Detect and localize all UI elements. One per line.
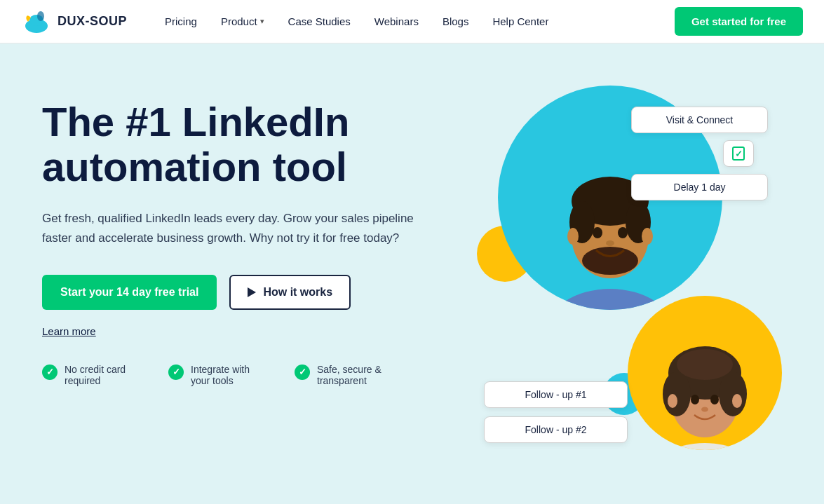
svg-point-3 (547, 289, 673, 310)
svg-point-15 (649, 443, 761, 450)
bottom-cards-area: Follow - up #1 Follow - up #2 (484, 381, 628, 443)
woman-avatar (642, 317, 768, 450)
card-followup-2: Follow - up #2 (484, 416, 628, 443)
circle-yellow (628, 296, 782, 450)
nav-blogs[interactable]: Blogs (433, 10, 479, 33)
checkbox-area (631, 140, 768, 167)
play-icon (248, 287, 256, 297)
svg-point-12 (606, 240, 614, 246)
svg-point-10 (593, 227, 602, 238)
trust-item-2: Safe, secure & transparent (295, 364, 393, 386)
svg-point-21 (677, 349, 733, 380)
nav-links: Pricing Product ▾ Case Studies Webinars … (155, 10, 675, 33)
hero-buttons: Start your 14 day free trial How it work… (42, 275, 463, 310)
svg-point-25 (668, 394, 677, 408)
navbar-cta-button[interactable]: Get started for free (675, 7, 803, 36)
check-card (723, 140, 754, 167)
svg-point-22 (691, 395, 699, 404)
card-followup-1: Follow - up #1 (484, 381, 628, 408)
trust-badges: No credit card required Integrate with y… (42, 364, 463, 386)
hero-section: The #1 LinkedIn automation tool Get fres… (0, 43, 824, 504)
person-woman (628, 296, 782, 450)
checkbox-icon (732, 147, 745, 161)
logo[interactable]: DUX-SOUP (21, 9, 127, 34)
nav-help-center[interactable]: Help Center (482, 10, 558, 33)
trust-item-1: Integrate with your tools (168, 364, 266, 386)
learn-more-link[interactable]: Learn more (42, 325, 96, 337)
hero-subtitle: Get fresh, qualified LinkedIn leads ever… (42, 209, 421, 248)
start-trial-button[interactable]: Start your 14 day free trial (42, 275, 217, 310)
svg-point-2 (37, 11, 44, 21)
svg-point-9 (582, 247, 638, 275)
svg-point-13 (567, 228, 579, 245)
navbar: DUX-SOUP Pricing Product ▾ Case Studies … (0, 0, 824, 43)
svg-point-26 (732, 394, 742, 408)
logo-text: DUX-SOUP (58, 14, 127, 29)
chevron-down-icon: ▾ (260, 17, 264, 26)
hero-title: The #1 LinkedIn automation tool (42, 100, 463, 189)
svg-point-11 (618, 227, 628, 238)
nav-webinars[interactable]: Webinars (365, 10, 428, 33)
svg-point-24 (701, 407, 708, 412)
check-icon-0 (42, 365, 58, 380)
hero-illustration: Visit & Connect Delay 1 day (477, 86, 782, 478)
check-icon-2 (295, 365, 310, 380)
ui-cards-area: Visit & Connect Delay 1 day (631, 107, 768, 200)
check-icon-1 (168, 365, 184, 380)
svg-point-23 (710, 395, 719, 404)
svg-point-20 (719, 372, 747, 416)
svg-point-14 (642, 228, 653, 245)
hero-left: The #1 LinkedIn automation tool Get fres… (42, 86, 463, 386)
nav-pricing[interactable]: Pricing (155, 10, 207, 33)
nav-case-studies[interactable]: Case Studies (278, 10, 360, 33)
card-visit-connect: Visit & Connect (631, 107, 768, 133)
svg-point-19 (663, 372, 691, 416)
trust-item-0: No credit card required (42, 364, 140, 386)
card-delay: Delay 1 day (631, 174, 768, 200)
logo-icon (21, 9, 52, 34)
nav-product[interactable]: Product ▾ (211, 10, 274, 33)
how-it-works-button[interactable]: How it works (229, 275, 351, 310)
